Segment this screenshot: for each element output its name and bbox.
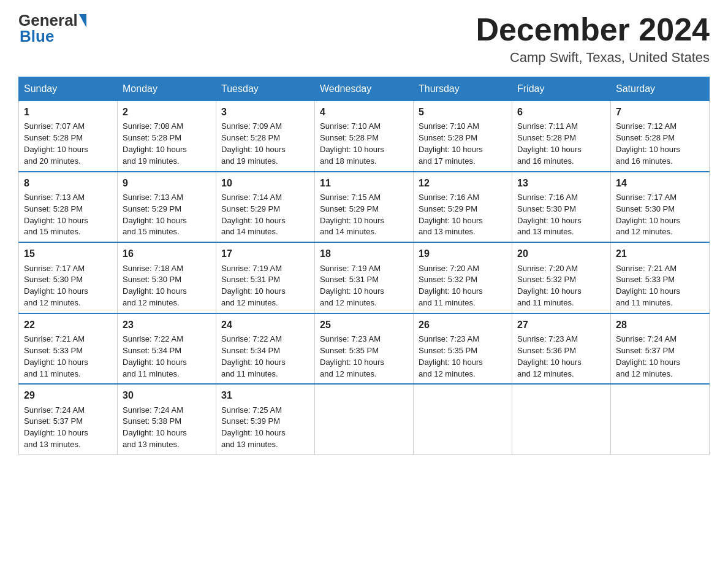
day-info: Sunrise: 7:10 AMSunset: 5:28 PMDaylight:…	[320, 121, 384, 166]
day-number: 2	[123, 105, 211, 119]
calendar-cell	[414, 384, 512, 454]
day-number: 29	[24, 388, 112, 402]
day-number: 31	[221, 388, 309, 402]
calendar-cell: 14Sunrise: 7:17 AMSunset: 5:30 PMDayligh…	[611, 172, 710, 243]
calendar-cell: 2Sunrise: 7:08 AMSunset: 5:28 PMDaylight…	[118, 101, 216, 172]
day-info: Sunrise: 7:23 AMSunset: 5:36 PMDaylight:…	[517, 334, 582, 378]
day-number: 18	[320, 247, 408, 261]
day-info: Sunrise: 7:17 AMSunset: 5:30 PMDaylight:…	[24, 264, 88, 308]
calendar-cell: 11Sunrise: 7:15 AMSunset: 5:29 PMDayligh…	[315, 172, 414, 243]
logo-area: General Blue	[18, 12, 86, 46]
day-info: Sunrise: 7:25 AMSunset: 5:39 PMDaylight:…	[221, 405, 286, 450]
header-wednesday: Wednesday	[315, 77, 414, 101]
calendar-cell: 7Sunrise: 7:12 AMSunset: 5:28 PMDaylight…	[611, 101, 710, 172]
day-number: 24	[221, 318, 309, 332]
day-info: Sunrise: 7:21 AMSunset: 5:33 PMDaylight:…	[616, 264, 680, 308]
day-info: Sunrise: 7:09 AMSunset: 5:28 PMDaylight:…	[221, 121, 286, 166]
calendar-cell: 10Sunrise: 7:14 AMSunset: 5:29 PMDayligh…	[216, 172, 315, 243]
day-number: 7	[616, 105, 704, 119]
day-number: 5	[419, 105, 507, 119]
day-number: 4	[320, 105, 408, 119]
logo-general: General	[18, 12, 78, 28]
calendar-cell: 20Sunrise: 7:20 AMSunset: 5:32 PMDayligh…	[512, 242, 611, 313]
day-number: 6	[517, 105, 605, 119]
calendar-cell: 1Sunrise: 7:07 AMSunset: 5:28 PMDaylight…	[19, 101, 118, 172]
calendar-cell: 23Sunrise: 7:22 AMSunset: 5:34 PMDayligh…	[118, 313, 216, 385]
header-sunday: Sunday	[19, 77, 118, 101]
calendar-cell: 26Sunrise: 7:23 AMSunset: 5:35 PMDayligh…	[414, 313, 512, 385]
day-info: Sunrise: 7:16 AMSunset: 5:30 PMDaylight:…	[517, 193, 582, 237]
calendar-cell: 27Sunrise: 7:23 AMSunset: 5:36 PMDayligh…	[512, 313, 611, 385]
day-number: 1	[24, 105, 112, 119]
day-number: 8	[24, 176, 112, 190]
calendar-cell: 21Sunrise: 7:21 AMSunset: 5:33 PMDayligh…	[611, 242, 710, 313]
day-number: 16	[123, 247, 211, 261]
calendar-cell: 24Sunrise: 7:22 AMSunset: 5:34 PMDayligh…	[216, 313, 315, 385]
day-number: 27	[517, 318, 605, 332]
day-number: 28	[616, 318, 704, 332]
header-friday: Friday	[512, 77, 611, 101]
calendar-cell: 22Sunrise: 7:21 AMSunset: 5:33 PMDayligh…	[19, 313, 118, 385]
logo-blue: Blue	[18, 27, 54, 46]
calendar-header-row: SundayMondayTuesdayWednesdayThursdayFrid…	[19, 77, 710, 101]
calendar-cell: 18Sunrise: 7:19 AMSunset: 5:31 PMDayligh…	[315, 242, 414, 313]
calendar-cell: 9Sunrise: 7:13 AMSunset: 5:29 PMDaylight…	[118, 172, 216, 243]
day-number: 26	[419, 318, 507, 332]
day-info: Sunrise: 7:21 AMSunset: 5:33 PMDaylight:…	[24, 334, 88, 378]
day-number: 11	[320, 176, 408, 190]
calendar-cell: 25Sunrise: 7:23 AMSunset: 5:35 PMDayligh…	[315, 313, 414, 385]
calendar-week-row: 1Sunrise: 7:07 AMSunset: 5:28 PMDaylight…	[19, 101, 710, 172]
header-saturday: Saturday	[611, 77, 710, 101]
day-number: 25	[320, 318, 408, 332]
day-info: Sunrise: 7:15 AMSunset: 5:29 PMDaylight:…	[320, 193, 384, 237]
calendar-cell: 8Sunrise: 7:13 AMSunset: 5:28 PMDaylight…	[19, 172, 118, 243]
logo: General	[18, 12, 86, 28]
calendar-cell: 16Sunrise: 7:18 AMSunset: 5:30 PMDayligh…	[118, 242, 216, 313]
calendar-cell: 30Sunrise: 7:24 AMSunset: 5:38 PMDayligh…	[118, 384, 216, 454]
header-thursday: Thursday	[414, 77, 512, 101]
calendar-week-row: 29Sunrise: 7:24 AMSunset: 5:37 PMDayligh…	[19, 384, 710, 454]
day-info: Sunrise: 7:16 AMSunset: 5:29 PMDaylight:…	[419, 193, 483, 237]
day-info: Sunrise: 7:13 AMSunset: 5:28 PMDaylight:…	[24, 193, 88, 237]
day-number: 20	[517, 247, 605, 261]
day-info: Sunrise: 7:20 AMSunset: 5:32 PMDaylight:…	[517, 264, 582, 308]
day-number: 23	[123, 318, 211, 332]
calendar-cell: 17Sunrise: 7:19 AMSunset: 5:31 PMDayligh…	[216, 242, 315, 313]
header: General Blue December 2024 Camp Swift, T…	[18, 12, 710, 66]
day-number: 12	[419, 176, 507, 190]
day-info: Sunrise: 7:24 AMSunset: 5:38 PMDaylight:…	[123, 405, 187, 450]
calendar-cell: 28Sunrise: 7:24 AMSunset: 5:37 PMDayligh…	[611, 313, 710, 385]
day-info: Sunrise: 7:23 AMSunset: 5:35 PMDaylight:…	[419, 334, 483, 378]
calendar-cell: 13Sunrise: 7:16 AMSunset: 5:30 PMDayligh…	[512, 172, 611, 243]
day-info: Sunrise: 7:19 AMSunset: 5:31 PMDaylight:…	[221, 264, 286, 308]
day-info: Sunrise: 7:14 AMSunset: 5:29 PMDaylight:…	[221, 193, 286, 237]
calendar-cell: 6Sunrise: 7:11 AMSunset: 5:28 PMDaylight…	[512, 101, 611, 172]
calendar-cell: 19Sunrise: 7:20 AMSunset: 5:32 PMDayligh…	[414, 242, 512, 313]
location-subtitle: Camp Swift, Texas, United States	[476, 50, 710, 66]
day-number: 14	[616, 176, 704, 190]
day-number: 22	[24, 318, 112, 332]
calendar-table: SundayMondayTuesdayWednesdayThursdayFrid…	[18, 77, 710, 455]
calendar-cell: 5Sunrise: 7:10 AMSunset: 5:28 PMDaylight…	[414, 101, 512, 172]
calendar-cell: 12Sunrise: 7:16 AMSunset: 5:29 PMDayligh…	[414, 172, 512, 243]
day-number: 30	[123, 388, 211, 402]
day-info: Sunrise: 7:10 AMSunset: 5:28 PMDaylight:…	[419, 121, 483, 166]
calendar-cell: 15Sunrise: 7:17 AMSunset: 5:30 PMDayligh…	[19, 242, 118, 313]
calendar-cell: 29Sunrise: 7:24 AMSunset: 5:37 PMDayligh…	[19, 384, 118, 454]
calendar-week-row: 22Sunrise: 7:21 AMSunset: 5:33 PMDayligh…	[19, 313, 710, 385]
day-info: Sunrise: 7:19 AMSunset: 5:31 PMDaylight:…	[320, 264, 384, 308]
calendar-week-row: 15Sunrise: 7:17 AMSunset: 5:30 PMDayligh…	[19, 242, 710, 313]
day-info: Sunrise: 7:20 AMSunset: 5:32 PMDaylight:…	[419, 264, 483, 308]
day-info: Sunrise: 7:17 AMSunset: 5:30 PMDaylight:…	[616, 193, 680, 237]
day-info: Sunrise: 7:07 AMSunset: 5:28 PMDaylight:…	[24, 121, 88, 166]
day-info: Sunrise: 7:18 AMSunset: 5:30 PMDaylight:…	[123, 264, 187, 308]
day-info: Sunrise: 7:22 AMSunset: 5:34 PMDaylight:…	[123, 334, 187, 378]
day-info: Sunrise: 7:24 AMSunset: 5:37 PMDaylight:…	[24, 405, 88, 450]
calendar-cell	[315, 384, 414, 454]
calendar-cell: 31Sunrise: 7:25 AMSunset: 5:39 PMDayligh…	[216, 384, 315, 454]
calendar-cell: 4Sunrise: 7:10 AMSunset: 5:28 PMDaylight…	[315, 101, 414, 172]
day-info: Sunrise: 7:12 AMSunset: 5:28 PMDaylight:…	[616, 121, 680, 166]
day-info: Sunrise: 7:22 AMSunset: 5:34 PMDaylight:…	[221, 334, 286, 378]
month-year-title: December 2024	[476, 12, 710, 47]
title-area: December 2024 Camp Swift, Texas, United …	[476, 12, 710, 66]
